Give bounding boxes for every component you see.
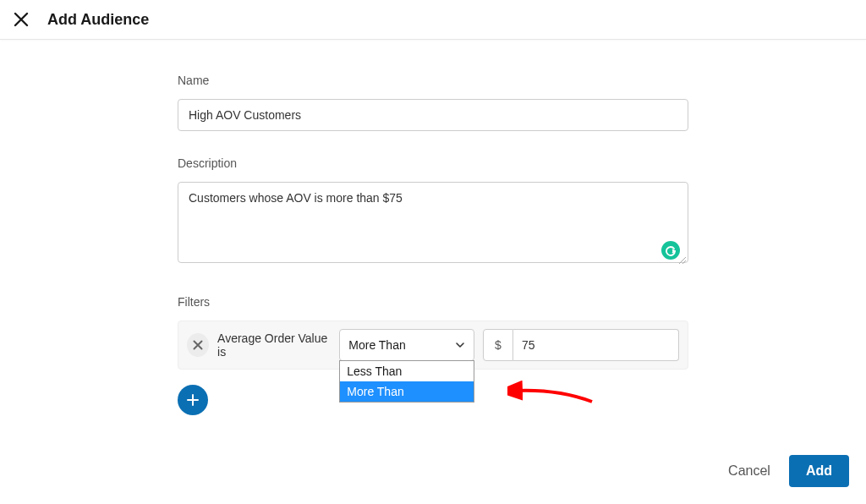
operator-dropdown: Less Than More Than (339, 360, 474, 403)
operator-selected-value: More Than (348, 338, 405, 352)
filter-value-input[interactable] (513, 329, 679, 361)
remove-filter-button[interactable] (187, 333, 209, 357)
filter-field-label: Average Order Value is (217, 331, 331, 359)
value-input-group: $ (483, 329, 679, 361)
name-label: Name (178, 74, 688, 87)
close-icon (14, 12, 29, 27)
add-filter-button[interactable] (178, 385, 208, 415)
modal-header: Add Audience (0, 0, 866, 40)
plus-icon (186, 393, 200, 407)
description-input[interactable] (178, 182, 688, 263)
close-button[interactable] (12, 10, 30, 29)
chevron-down-icon (455, 340, 465, 350)
add-button[interactable]: Add (789, 455, 849, 487)
filters-label: Filters (178, 295, 688, 309)
grammarly-icon[interactable] (661, 241, 680, 260)
currency-symbol: $ (483, 329, 513, 361)
name-input[interactable] (178, 99, 688, 131)
page-title: Add Audience (47, 11, 149, 29)
operator-option-less-than[interactable]: Less Than (340, 361, 474, 381)
modal-footer: Cancel Add (728, 455, 849, 487)
filter-row: Average Order Value is More Than Less Th… (178, 320, 688, 370)
operator-select[interactable]: More Than Less Than More Than (339, 329, 474, 361)
operator-option-more-than[interactable]: More Than (340, 381, 474, 402)
close-icon (193, 340, 203, 350)
cancel-button[interactable]: Cancel (728, 463, 770, 479)
description-label: Description (178, 156, 688, 170)
form-content: Name Description Filters Average Order V… (0, 40, 866, 415)
